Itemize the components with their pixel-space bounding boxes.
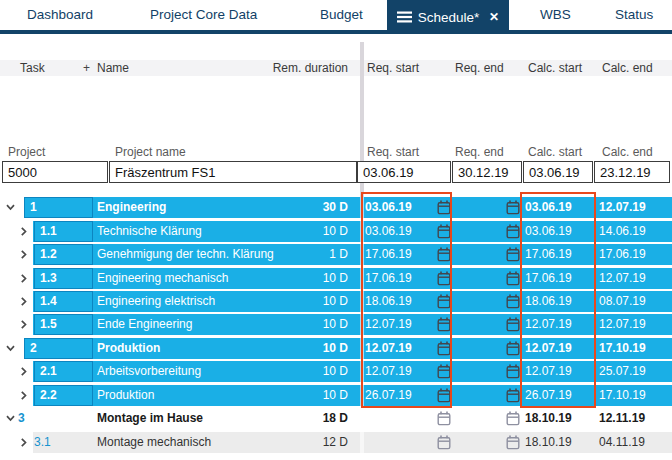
chevron-right-icon[interactable] [18, 319, 29, 330]
task-name-cell[interactable]: Montage mechanisch [97, 432, 211, 453]
req-start-cell[interactable]: 12.07.19 [365, 338, 412, 359]
chevron-right-icon[interactable] [18, 226, 29, 237]
task-id-cell[interactable]: 1.1 [34, 221, 93, 242]
calendar-icon[interactable] [437, 388, 451, 403]
task-name-cell[interactable]: Arbeitsvorbereitung [97, 361, 201, 382]
task-name-cell[interactable]: Engineering [97, 197, 166, 218]
schedule-row[interactable]: 3Montage im Hause18 D18.10.1912.11.19 [0, 408, 672, 429]
schedule-row[interactable]: 1.4Engineering elektrisch10 D18.06.1918.… [0, 291, 672, 312]
calc-start-cell[interactable]: 03.06.19 [525, 197, 572, 218]
schedule-row[interactable]: 2.1Arbeitsvorbereitung10 D12.07.1912.07.… [0, 361, 672, 382]
rem-duration-cell[interactable]: 10 D [323, 268, 348, 289]
tab-status[interactable]: Status [615, 0, 653, 30]
rem-duration-cell[interactable]: 10 D [323, 314, 348, 335]
schedule-row[interactable]: 2.2Produktion10 D26.07.1926.07.1917.10.1… [0, 385, 672, 406]
col-header-req-start[interactable]: Req. start [367, 60, 419, 76]
calc-end-cell[interactable]: 14.06.19 [599, 221, 646, 242]
task-name-cell[interactable]: Genehmigung der techn. Klärung [97, 244, 274, 265]
req-start-cell[interactable]: 12.07.19 [365, 361, 412, 382]
rem-duration-cell[interactable]: 10 D [323, 221, 348, 242]
chevron-right-icon[interactable] [18, 249, 29, 260]
calendar-icon[interactable] [506, 411, 520, 426]
chevron-right-icon[interactable] [18, 296, 29, 307]
calendar-icon[interactable] [437, 341, 451, 356]
task-name-cell[interactable]: Produktion [97, 385, 154, 406]
calc-end-cell[interactable]: 08.07.19 [599, 291, 646, 312]
project-calc-end-field[interactable]: 23.12.19 [594, 161, 670, 183]
calc-end-cell[interactable]: 17.10.19 [599, 338, 646, 359]
task-name-cell[interactable]: Produktion [97, 338, 160, 359]
calendar-icon[interactable] [437, 294, 451, 309]
task-id-cell[interactable]: 2.2 [34, 385, 93, 406]
calc-start-cell[interactable]: 17.06.19 [525, 268, 572, 289]
calendar-icon[interactable] [506, 364, 520, 379]
calendar-icon[interactable] [437, 200, 451, 215]
req-start-cell[interactable]: 03.06.19 [365, 197, 412, 218]
chevron-right-icon[interactable] [18, 273, 29, 284]
chevron-right-icon[interactable] [18, 437, 29, 448]
calendar-icon[interactable] [506, 317, 520, 332]
calc-start-cell[interactable]: 18.06.19 [525, 291, 572, 312]
task-id-cell[interactable]: 3 [18, 408, 93, 429]
req-start-cell[interactable]: 17.06.19 [365, 268, 412, 289]
calendar-icon[interactable] [437, 435, 451, 450]
task-id-cell[interactable]: 1.2 [34, 244, 93, 265]
calc-end-cell[interactable]: 25.07.19 [599, 361, 646, 382]
req-start-cell[interactable]: 26.07.19 [365, 385, 412, 406]
project-req-end-field[interactable]: 30.12.19 [452, 161, 522, 183]
add-column-icon[interactable]: + [83, 60, 90, 76]
rem-duration-cell[interactable]: 10 D [323, 291, 348, 312]
schedule-row[interactable]: 1.2Genehmigung der techn. Klärung1 D17.0… [0, 244, 672, 265]
calc-end-cell[interactable]: 12.07.19 [599, 197, 646, 218]
project-name-field[interactable]: Fräszentrum FS1 [109, 161, 357, 183]
col-header-calc-start[interactable]: Calc. start [528, 60, 582, 76]
schedule-row[interactable]: 1.5Ende Engineering10 D12.07.1912.07.191… [0, 314, 672, 335]
rem-duration-cell[interactable]: 18 D [323, 408, 348, 429]
calendar-icon[interactable] [437, 271, 451, 286]
calendar-icon[interactable] [437, 411, 451, 426]
req-start-cell[interactable]: 03.06.19 [365, 221, 412, 242]
calc-start-cell[interactable]: 12.07.19 [525, 361, 572, 382]
pane-divider-lower[interactable] [360, 197, 364, 455]
calc-start-cell[interactable]: 17.06.19 [525, 244, 572, 265]
schedule-row[interactable]: 1Engineering30 D03.06.1903.06.1912.07.19 [0, 197, 672, 218]
task-name-cell[interactable]: Engineering mechanisch [97, 268, 228, 289]
chevron-down-icon[interactable] [5, 343, 16, 354]
col-header-req-end[interactable]: Req. end [455, 60, 504, 76]
calc-end-cell[interactable]: 12.07.19 [599, 314, 646, 335]
task-name-cell[interactable]: Technische Klärung [97, 221, 202, 242]
task-name-cell[interactable]: Ende Engineering [97, 314, 192, 335]
calendar-icon[interactable] [506, 271, 520, 286]
calendar-icon[interactable] [506, 224, 520, 239]
schedule-row[interactable]: 3.1Montage mechanisch12 D18.10.1904.11.1… [0, 432, 672, 453]
col-header-task[interactable]: Task [20, 60, 45, 76]
task-name-cell[interactable]: Engineering elektrisch [97, 291, 215, 312]
calendar-icon[interactable] [506, 435, 520, 450]
calendar-icon[interactable] [506, 200, 520, 215]
col-header-name[interactable]: Name [97, 60, 129, 76]
calc-end-cell[interactable]: 04.11.19 [599, 432, 645, 453]
task-id-cell[interactable]: 1.4 [34, 291, 93, 312]
task-name-cell[interactable]: Montage im Hause [97, 408, 203, 429]
calc-end-cell[interactable]: 12.11.19 [599, 408, 645, 429]
rem-duration-cell[interactable]: 1 D [329, 244, 348, 265]
tab-schedule[interactable]: Schedule*✕ [387, 0, 509, 34]
rem-duration-cell[interactable]: 10 D [323, 385, 348, 406]
col-header-calc-end[interactable]: Calc. end [602, 60, 653, 76]
calendar-icon[interactable] [437, 224, 451, 239]
calc-start-cell[interactable]: 12.07.19 [525, 314, 572, 335]
calendar-icon[interactable] [506, 247, 520, 262]
project-calc-start-field[interactable]: 03.06.19 [523, 161, 593, 183]
calc-start-cell[interactable]: 18.10.19 [525, 408, 572, 429]
req-start-cell[interactable]: 17.06.19 [365, 244, 412, 265]
calc-start-cell[interactable]: 03.06.19 [525, 221, 572, 242]
tab-wbs[interactable]: WBS [540, 0, 571, 30]
rem-duration-cell[interactable]: 10 D [323, 338, 348, 359]
chevron-down-icon[interactable] [5, 202, 16, 213]
task-id-cell[interactable]: 1.5 [34, 314, 93, 335]
calc-start-cell[interactable]: 18.10.19 [525, 432, 572, 453]
chevron-down-icon[interactable] [5, 413, 16, 424]
menu-icon[interactable] [397, 11, 412, 23]
req-start-cell[interactable]: 18.06.19 [365, 291, 412, 312]
calendar-icon[interactable] [506, 388, 520, 403]
